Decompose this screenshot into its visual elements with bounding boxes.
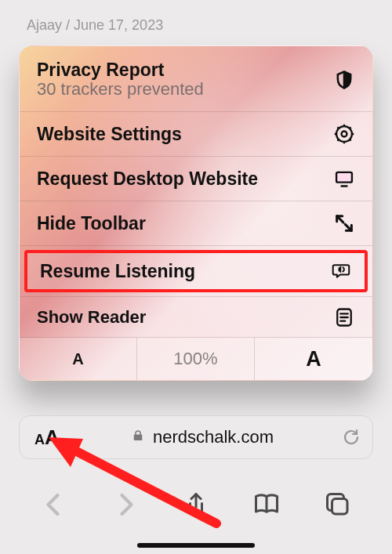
bookmarks-button[interactable] <box>252 491 281 519</box>
hide-toolbar-label: Hide Toolbar <box>37 213 146 234</box>
text-size-row: A 100% A <box>20 338 372 380</box>
privacy-report-item[interactable]: Privacy Report 30 trackers prevented <box>20 46 372 112</box>
zoom-percent-button[interactable]: 100% <box>137 338 255 380</box>
show-reader-label: Show Reader <box>37 307 146 328</box>
shield-icon <box>333 69 355 91</box>
svg-line-9 <box>337 139 339 141</box>
svg-point-1 <box>342 132 347 137</box>
aa-format-button[interactable]: AA <box>20 425 74 450</box>
speak-bubble-icon <box>330 260 352 282</box>
tabs-button[interactable] <box>324 491 352 519</box>
back-button[interactable] <box>40 491 68 519</box>
svg-rect-13 <box>340 185 347 187</box>
privacy-report-title: Privacy Report <box>37 60 204 81</box>
show-reader-item[interactable]: Show Reader <box>20 297 372 338</box>
aa-small-glyph: A <box>34 432 45 448</box>
address-bar[interactable]: AA nerdschalk.com <box>19 415 373 459</box>
expand-diagonal-icon <box>333 212 355 234</box>
safari-bottom-toolbar <box>0 476 392 554</box>
increase-text-size-button[interactable]: A <box>255 338 372 380</box>
lock-icon <box>131 427 145 447</box>
request-desktop-item[interactable]: Request Desktop Website <box>20 157 372 201</box>
aa-large-glyph: A <box>45 425 60 450</box>
decrease-text-size-button[interactable]: A <box>20 338 137 380</box>
website-settings-label: Website Settings <box>37 124 182 145</box>
svg-line-7 <box>350 139 351 141</box>
svg-rect-11 <box>337 173 351 182</box>
forward-button[interactable] <box>111 491 140 519</box>
resume-listening-label: Resume Listening <box>40 261 195 282</box>
request-desktop-label: Request Desktop Website <box>37 168 258 190</box>
resume-listening-highlight: Resume Listening <box>20 246 372 297</box>
gear-icon <box>333 123 355 145</box>
article-byline: Ajaay / June 17, 2023 <box>27 17 163 34</box>
url-display[interactable]: nerdschalk.com <box>74 427 330 447</box>
resume-listening-item[interactable]: Resume Listening <box>24 250 368 292</box>
url-domain: nerdschalk.com <box>153 427 274 447</box>
website-settings-item[interactable]: Website Settings <box>20 112 372 157</box>
byline-sep: / <box>62 17 74 33</box>
svg-rect-22 <box>332 499 347 515</box>
hide-toolbar-item[interactable]: Hide Toolbar <box>20 201 372 246</box>
home-indicator <box>137 543 255 548</box>
privacy-report-subtitle: 30 trackers prevented <box>37 79 204 100</box>
page-settings-popover: Privacy Report 30 trackers prevented Web… <box>19 45 373 381</box>
svg-line-8 <box>350 127 351 129</box>
svg-line-6 <box>337 127 339 129</box>
desktop-icon <box>333 168 355 190</box>
share-button[interactable] <box>182 491 210 519</box>
byline-date: June 17, 2023 <box>74 17 163 33</box>
reader-icon <box>333 306 355 328</box>
byline-author: Ajaay <box>27 17 62 33</box>
reload-button[interactable] <box>330 428 372 447</box>
